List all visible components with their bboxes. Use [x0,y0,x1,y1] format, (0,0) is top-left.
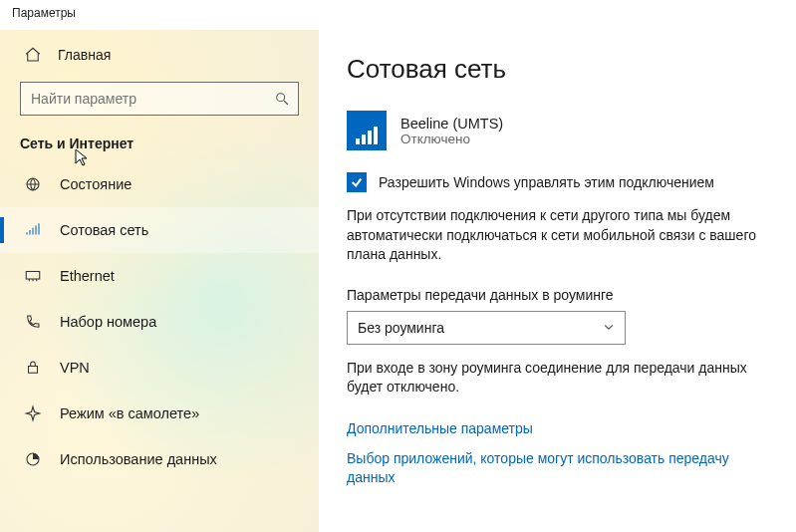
network-name: Beeline (UMTS) [400,116,503,132]
chevron-down-icon [603,320,615,336]
page-title: Сотовая сеть [347,54,768,85]
globe-icon [24,175,42,193]
sidebar-item-cellular[interactable]: Сотовая сеть [0,207,319,253]
sidebar-item-label: Использование данных [60,451,217,467]
sidebar-item-label: Состояние [60,176,132,192]
main: Сотовая сеть Beeline (UMTS) Отключено Ра… [319,30,796,532]
signal-tile-icon [347,111,387,150]
sidebar-item-label: Режим «в самолете» [60,405,199,421]
search-wrap [20,82,299,116]
sidebar-nav: Состояние Сотовая сеть Ethernet Набор но… [0,161,319,482]
sidebar-item-airplane[interactable]: Режим «в самолете» [0,391,319,436]
sidebar-item-ethernet[interactable]: Ethernet [0,253,319,299]
airplane-icon [24,404,42,422]
search-icon[interactable] [271,88,293,110]
sidebar-section-label: Сеть и Интернет [0,132,319,161]
allow-manage-label: Разрешить Windows управлять этим подключ… [379,174,714,190]
network-row[interactable]: Beeline (UMTS) Отключено [347,111,768,150]
sidebar-item-label: Ethernet [60,268,115,284]
sidebar-item-label: Сотовая сеть [60,222,148,238]
roaming-select[interactable]: Без роуминга [347,311,626,345]
sidebar-item-label: VPN [60,360,90,376]
sidebar-item-datausage[interactable]: Использование данных [0,436,319,482]
allow-manage-desc: При отсутствии подключения к сети другог… [347,206,768,265]
link-choose-apps[interactable]: Выбор приложений, которые могут использо… [347,449,768,488]
allow-manage-checkbox[interactable] [347,172,367,192]
roaming-desc: При входе в зону роуминга соединение для… [347,359,768,398]
search-input[interactable] [20,82,299,116]
roaming-value: Без роуминга [358,320,444,336]
sidebar: Главная Сеть и Интернет Состояние [0,30,319,532]
roaming-label: Параметры передачи данных в роуминге [347,287,768,303]
ethernet-icon [24,267,42,285]
svg-rect-2 [26,272,40,280]
sidebar-item-label: Набор номера [60,314,156,330]
sidebar-item-status[interactable]: Состояние [0,161,319,207]
home-icon [24,46,42,64]
data-usage-icon [24,450,42,468]
sidebar-home-label: Главная [58,47,111,63]
svg-rect-3 [29,367,38,374]
allow-manage-row: Разрешить Windows управлять этим подключ… [347,172,768,192]
svg-point-0 [277,94,285,102]
sidebar-item-vpn[interactable]: VPN [0,345,319,391]
sidebar-home[interactable]: Главная [0,38,319,76]
signal-icon [24,221,42,239]
phone-icon [24,313,42,331]
link-advanced[interactable]: Дополнительные параметры [347,419,768,439]
vpn-icon [24,359,42,377]
network-status: Отключено [400,132,503,146]
sidebar-item-dialup[interactable]: Набор номера [0,299,319,345]
window-title: Параметры [0,0,796,30]
